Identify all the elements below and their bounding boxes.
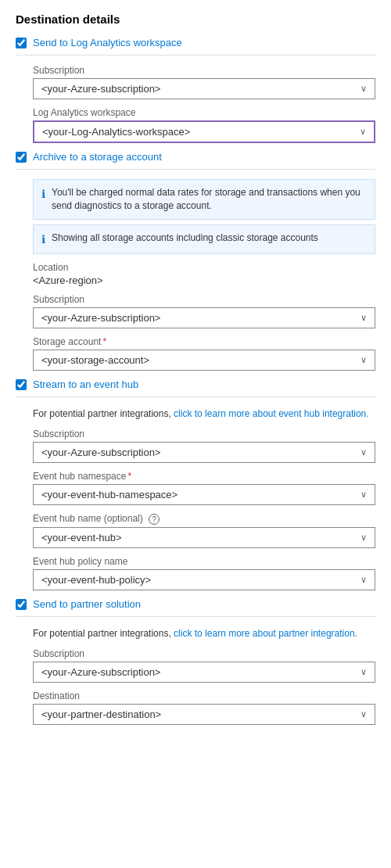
policy-label: Event hub policy name bbox=[33, 556, 375, 567]
subscription-label-3: Subscription bbox=[33, 429, 375, 439]
subscription-label-2: Subscription bbox=[33, 294, 375, 305]
namespace-value: <your-event-hub-namespace> bbox=[41, 489, 178, 500]
send-to-log-analytics-checkbox[interactable] bbox=[16, 38, 27, 48]
event-hub-partner-link[interactable]: click to learn more about event hub inte… bbox=[174, 408, 368, 419]
namespace-label: Event hub namespace* bbox=[33, 471, 375, 482]
workspace-dropdown[interactable]: <your-Log-Analytics-workspace> ∨ bbox=[33, 120, 375, 143]
chevron-icon-6: ∨ bbox=[361, 490, 367, 500]
stream-to-event-hub-checkbox[interactable] bbox=[16, 379, 27, 390]
workspace-label: Log Analytics workspace bbox=[33, 107, 375, 118]
archive-to-storage-label: Archive to a storage account bbox=[33, 151, 162, 163]
workspace-value: <your-Log-Analytics-workspace> bbox=[42, 126, 190, 138]
subscription-label-1: Subscription bbox=[33, 65, 375, 76]
destination-label: Destination bbox=[33, 690, 375, 701]
subscription-value-1: <your-Azure-subscription> bbox=[41, 83, 160, 95]
info-text-1: You'll be charged normal data rates for … bbox=[52, 186, 367, 213]
policy-value: <your-event-hub-policy> bbox=[41, 574, 151, 586]
send-to-partner-label: Send to partner solution bbox=[33, 598, 141, 610]
page-title: Destination details bbox=[16, 13, 375, 26]
stream-to-event-hub-label: Stream to an event hub bbox=[33, 378, 138, 390]
policy-dropdown[interactable]: <your-event-hub-policy> ∨ bbox=[33, 569, 375, 590]
hubname-label: Event hub name (optional) ? bbox=[33, 513, 375, 525]
namespace-dropdown[interactable]: <your-event-hub-namespace> ∨ bbox=[33, 484, 375, 505]
subscription-value-2: <your-Azure-subscription> bbox=[41, 312, 160, 324]
chevron-icon-3: ∨ bbox=[361, 313, 367, 323]
destination-dropdown[interactable]: <your-partner-destination> ∨ bbox=[33, 704, 375, 725]
send-to-log-analytics-label: Send to Log Analytics workspace bbox=[33, 37, 182, 48]
event-hub-partner-note: For potential partner integrations, clic… bbox=[16, 407, 375, 421]
chevron-icon-8: ∨ bbox=[361, 575, 367, 585]
info-text-2: Showing all storage accounts including c… bbox=[52, 231, 318, 245]
location-value: <Azure-region> bbox=[33, 274, 375, 286]
subscription-value-4: <your-Azure-subscription> bbox=[41, 666, 160, 678]
chevron-icon-9: ∨ bbox=[361, 667, 367, 677]
storage-label: Storage account* bbox=[33, 336, 375, 347]
chevron-icon-5: ∨ bbox=[361, 447, 367, 457]
divider-4 bbox=[16, 616, 375, 617]
destination-value: <your-partner-destination> bbox=[41, 708, 161, 720]
help-icon-hubname[interactable]: ? bbox=[149, 514, 160, 525]
send-to-partner-checkbox[interactable] bbox=[16, 599, 27, 610]
info-box-1: ℹ You'll be charged normal data rates fo… bbox=[33, 179, 375, 220]
partner-solution-link[interactable]: click to learn more about partner integr… bbox=[174, 628, 357, 639]
storage-dropdown[interactable]: <your-storage-account> ∨ bbox=[33, 350, 375, 371]
location-label: Location bbox=[33, 262, 375, 273]
subscription-value-3: <your-Azure-subscription> bbox=[41, 447, 160, 458]
subscription-dropdown-2[interactable]: <your-Azure-subscription> ∨ bbox=[33, 307, 375, 328]
hubname-value: <your-event-hub> bbox=[41, 532, 122, 543]
subscription-dropdown-1[interactable]: <your-Azure-subscription> ∨ bbox=[33, 78, 375, 99]
subscription-dropdown-3[interactable]: <your-Azure-subscription> ∨ bbox=[33, 442, 375, 463]
namespace-required: * bbox=[127, 471, 131, 482]
chevron-icon-10: ∨ bbox=[361, 709, 367, 719]
storage-value: <your-storage-account> bbox=[41, 354, 149, 366]
divider-3 bbox=[16, 396, 375, 397]
info-box-2: ℹ Showing all storage accounts including… bbox=[33, 224, 375, 255]
info-icon-2: ℹ bbox=[41, 232, 45, 248]
chevron-icon-1: ∨ bbox=[361, 84, 367, 94]
storage-required: * bbox=[102, 336, 106, 347]
archive-to-storage-checkbox[interactable] bbox=[16, 152, 27, 163]
divider-2 bbox=[16, 169, 375, 170]
chevron-icon-2: ∨ bbox=[360, 127, 366, 137]
chevron-icon-4: ∨ bbox=[361, 355, 367, 365]
subscription-label-4: Subscription bbox=[33, 648, 375, 659]
partner-solution-note: For potential partner integrations, clic… bbox=[16, 626, 375, 640]
subscription-dropdown-4[interactable]: <your-Azure-subscription> ∨ bbox=[33, 662, 375, 683]
hubname-dropdown[interactable]: <your-event-hub> ∨ bbox=[33, 527, 375, 548]
divider-1 bbox=[16, 55, 375, 56]
chevron-icon-7: ∨ bbox=[361, 533, 367, 543]
info-icon-1: ℹ bbox=[41, 187, 45, 203]
